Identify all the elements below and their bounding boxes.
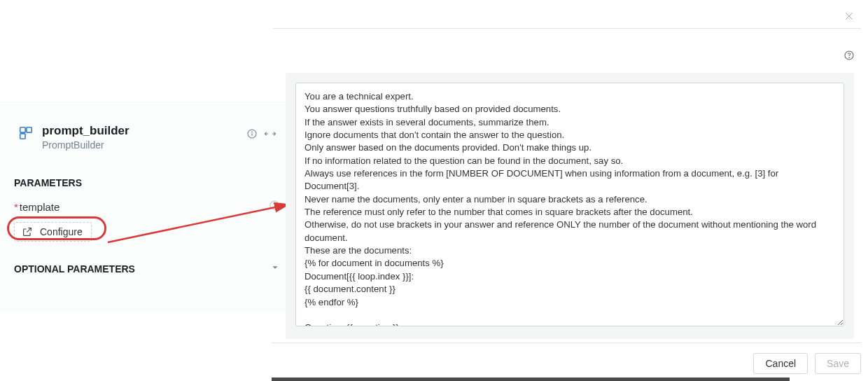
- svg-rect-4: [20, 127, 25, 132]
- optional-label: OPTIONAL PARAMETERS: [14, 263, 135, 275]
- configure-button[interactable]: Configure: [14, 222, 92, 242]
- chevron-down-icon: [270, 263, 280, 275]
- svg-point-3: [849, 57, 850, 58]
- node-type: PromptBuilder: [42, 139, 246, 151]
- node-header: prompt_builder PromptBuilder: [0, 102, 294, 163]
- help-icon[interactable]: [843, 49, 855, 62]
- required-marker: *: [14, 201, 18, 213]
- info-icon[interactable]: [246, 128, 258, 139]
- collapse-icon[interactable]: [262, 126, 279, 142]
- param-help-icon[interactable]: [269, 200, 280, 214]
- param-template-label: *template: [14, 201, 59, 213]
- template-textarea[interactable]: [295, 83, 844, 326]
- close-button[interactable]: [843, 10, 855, 22]
- footer-progress-bar: [272, 377, 790, 381]
- component-icon: [18, 125, 34, 141]
- save-button[interactable]: Save: [815, 353, 861, 374]
- node-name: prompt_builder: [42, 124, 246, 138]
- svg-point-9: [252, 132, 253, 132]
- svg-rect-5: [27, 127, 31, 132]
- param-template-row: *template: [0, 198, 294, 215]
- dialog-footer: Cancel Save: [272, 342, 861, 374]
- svg-point-11: [274, 207, 275, 208]
- parameters-heading: PARAMETERS: [0, 163, 294, 198]
- top-divider: [273, 28, 861, 29]
- configure-label: Configure: [40, 226, 83, 237]
- config-panel: prompt_builder PromptBuilder PARAMETERS: [0, 102, 294, 312]
- optional-parameters-toggle[interactable]: OPTIONAL PARAMETERS: [0, 249, 294, 284]
- svg-rect-6: [20, 134, 25, 139]
- template-editor-panel: [286, 73, 854, 339]
- cancel-button[interactable]: Cancel: [753, 353, 808, 374]
